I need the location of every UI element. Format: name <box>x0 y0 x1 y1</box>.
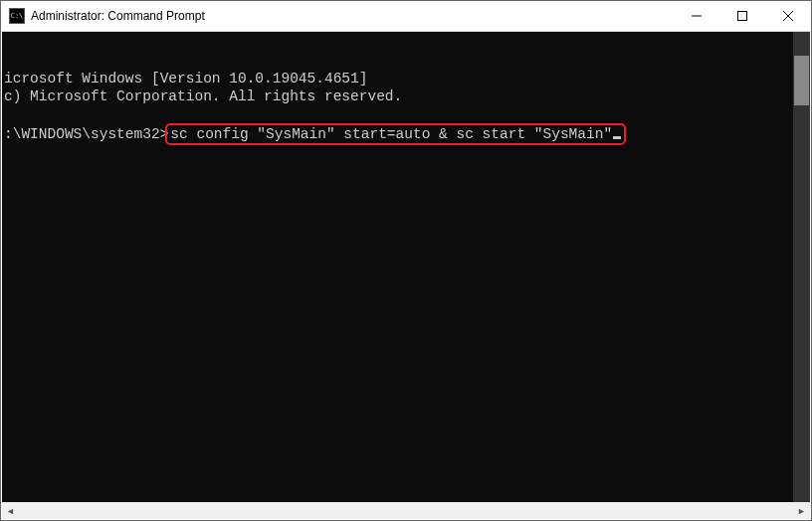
vertical-scrollbar[interactable] <box>793 32 810 503</box>
terminal-area[interactable]: icrosoft Windows [Version 10.0.19045.465… <box>2 32 810 503</box>
close-button[interactable] <box>765 1 811 31</box>
cursor <box>613 136 621 139</box>
cmd-icon: C:\ <box>9 8 25 24</box>
scroll-right-button[interactable]: ► <box>793 502 810 519</box>
horizontal-scrollbar[interactable]: ◄ ► <box>2 502 810 519</box>
terminal-content: icrosoft Windows [Version 10.0.19045.465… <box>2 70 810 145</box>
maximize-button[interactable] <box>719 1 765 31</box>
minimize-button[interactable] <box>674 1 719 31</box>
window-controls <box>674 1 811 31</box>
window-title: Administrator: Command Prompt <box>31 9 674 23</box>
scroll-left-button[interactable]: ◄ <box>2 502 19 519</box>
maximize-icon <box>737 11 747 21</box>
horizontal-scrollbar-track[interactable] <box>19 502 793 519</box>
svg-rect-1 <box>738 12 747 21</box>
terminal-prompt: :\WINDOWS\system32> <box>4 126 168 142</box>
terminal-command: sc config "SysMain" start=auto & sc star… <box>170 126 612 142</box>
vertical-scrollbar-thumb[interactable] <box>794 56 809 105</box>
terminal-line-2: c) Microsoft Corporation. All rights res… <box>4 88 402 104</box>
minimize-icon <box>692 11 702 21</box>
close-icon <box>783 11 793 21</box>
cmd-icon-text: C:\ <box>11 13 24 20</box>
terminal-line-1: icrosoft Windows [Version 10.0.19045.465… <box>4 71 367 87</box>
titlebar: C:\ Administrator: Command Prompt <box>1 1 811 32</box>
command-highlight: sc config "SysMain" start=auto & sc star… <box>165 123 626 145</box>
